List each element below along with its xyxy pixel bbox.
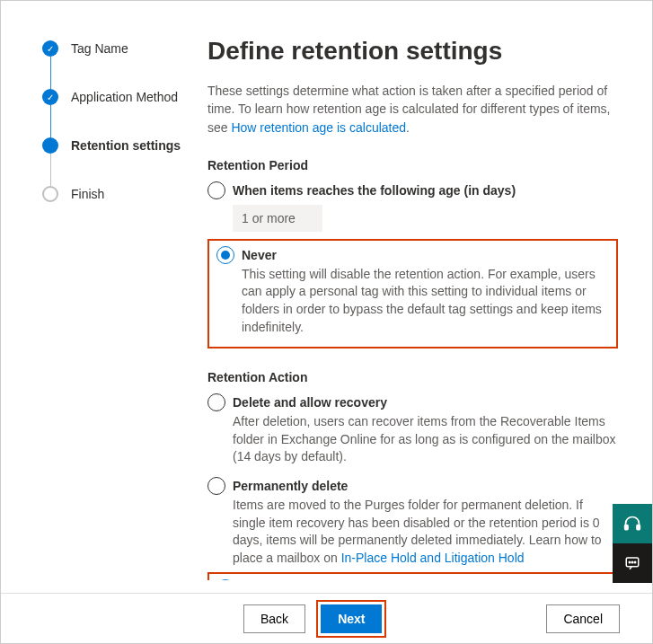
highlight-never: Never This setting will disable the rete… xyxy=(207,239,618,348)
radio-label[interactable]: Never xyxy=(242,246,609,264)
step-connector xyxy=(50,57,52,89)
page-title: Define retention settings xyxy=(207,37,618,66)
svg-point-4 xyxy=(631,561,633,563)
option-when-age: When items reaches the following age (in… xyxy=(207,181,618,199)
step-finish[interactable]: Finish xyxy=(42,186,207,202)
active-step-icon xyxy=(42,137,58,154)
option-move-archive: Move item to archive Items will be moved… xyxy=(216,579,609,580)
intro-suffix: . xyxy=(406,120,410,135)
radio-delete-recover[interactable] xyxy=(207,393,225,411)
step-connector xyxy=(50,154,52,186)
step-label: Retention settings xyxy=(71,137,181,154)
cancel-button[interactable]: Cancel xyxy=(546,604,620,633)
option-permanently-delete: Permanently delete Items are moved to th… xyxy=(207,477,618,567)
next-button[interactable]: Next xyxy=(321,604,382,633)
option-delete-recover: Delete and allow recovery After deletion… xyxy=(207,393,618,466)
radio-desc: After deletion, users can recover items … xyxy=(233,413,618,466)
age-days-input[interactable] xyxy=(233,205,322,232)
intro-text: These settings determine what action is … xyxy=(207,82,618,137)
radio-permanently-delete[interactable] xyxy=(207,477,225,495)
radio-desc: This setting will disable the retention … xyxy=(242,266,609,336)
step-label: Application Method xyxy=(71,89,178,105)
radio-label[interactable]: Delete and allow recovery xyxy=(233,393,618,411)
highlight-next: Next xyxy=(316,600,386,638)
radio-never[interactable] xyxy=(216,246,234,264)
check-icon: ✓ xyxy=(42,89,58,105)
section-title-action: Retention Action xyxy=(207,370,618,384)
step-connector xyxy=(50,105,52,137)
headset-icon[interactable] xyxy=(613,504,652,543)
svg-point-5 xyxy=(634,561,636,563)
svg-point-3 xyxy=(629,561,631,563)
radio-label[interactable]: Move item to archive xyxy=(242,579,609,580)
wizard-stepper: ✓ Tag Name ✓ Application Method Retentio… xyxy=(1,1,207,580)
radio-label[interactable]: Permanently delete xyxy=(233,477,618,495)
step-label: Tag Name xyxy=(71,40,128,57)
wizard-footer: Back Next Cancel xyxy=(1,593,652,643)
retention-action-group: Delete and allow recovery After deletion… xyxy=(207,393,618,580)
svg-rect-0 xyxy=(625,525,628,530)
step-application-method[interactable]: ✓ Application Method xyxy=(42,89,207,105)
retention-period-group: When items reaches the following age (in… xyxy=(207,181,618,348)
radio-move-archive[interactable] xyxy=(216,579,234,580)
main-panel: Define retention settings These settings… xyxy=(207,1,652,580)
radio-label[interactable]: When items reaches the following age (in… xyxy=(233,181,618,199)
link-inplace-hold[interactable]: In-Place Hold and Litigation Hold xyxy=(341,551,525,565)
radio-desc: Items are moved to the Purges folder for… xyxy=(233,497,618,567)
step-tag-name[interactable]: ✓ Tag Name xyxy=(42,40,207,57)
step-label: Finish xyxy=(71,186,104,202)
highlight-move-archive: Move item to archive Items will be moved… xyxy=(207,572,618,580)
chat-icon[interactable] xyxy=(613,543,652,583)
age-input-wrap xyxy=(233,205,618,232)
step-retention-settings[interactable]: Retention settings xyxy=(42,137,207,154)
help-dock xyxy=(613,504,652,583)
pending-step-icon xyxy=(42,186,58,202)
section-title-period: Retention Period xyxy=(207,158,618,172)
check-icon: ✓ xyxy=(42,40,58,57)
option-never: Never This setting will disable the rete… xyxy=(216,246,609,336)
link-retention-age-calc[interactable]: How retention age is calculated xyxy=(231,120,406,135)
svg-rect-1 xyxy=(637,525,640,530)
back-button[interactable]: Back xyxy=(243,604,305,633)
radio-when-age[interactable] xyxy=(207,181,225,199)
